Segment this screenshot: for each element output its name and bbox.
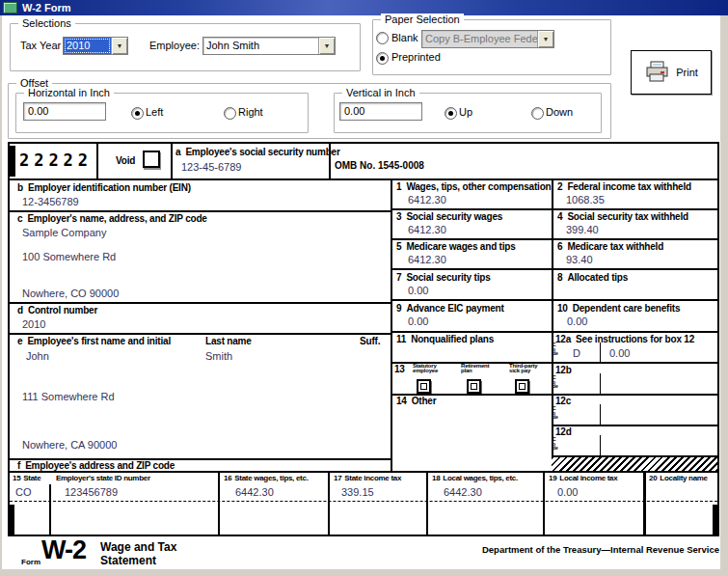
box-4-value: 399.40	[566, 224, 599, 235]
employee-dropdown-icon[interactable]: ▼	[318, 38, 335, 54]
box-4-label: 4Social security tax withheld	[557, 211, 688, 222]
box-7-label: 7Social security tips	[396, 272, 491, 283]
employee-last-name: Smith	[205, 350, 232, 362]
checkbox-inner	[420, 383, 427, 390]
box-9-label: 9Advance EIC payment	[396, 303, 504, 314]
treasury-department-text: Department of the Treasury—Internal Reve…	[415, 544, 719, 555]
employee-value[interactable]: John Smith	[203, 38, 318, 54]
control-number-value: 2010	[22, 318, 45, 330]
box-3-label: 3Social security wages	[396, 211, 502, 222]
divider	[10, 333, 391, 335]
horizontal-offset-input[interactable]: 0.00	[23, 102, 106, 121]
checkbox-inner	[471, 383, 477, 390]
print-button[interactable]: Print	[631, 50, 712, 95]
box-3-value: 6412.30	[408, 224, 446, 235]
box-d-label: dControl number	[17, 305, 97, 315]
box-19-value: 0.00	[557, 486, 578, 498]
box-18-label: 18Local wages, tips, etc.	[432, 474, 518, 482]
box-a-label: aEmployee's social security number	[175, 147, 340, 157]
box-7-value: 0.00	[408, 285, 428, 296]
registration-mark	[713, 505, 717, 535]
box-12b-code-strip: Code	[553, 375, 558, 389]
box-2-value: 1068.35	[566, 194, 605, 206]
divider	[391, 331, 717, 333]
window-frame	[720, 15, 728, 576]
box-8-label: 8Allocated tips	[557, 272, 628, 283]
employee-select[interactable]: John Smith ▼	[202, 37, 336, 55]
tax-year-dropdown-icon[interactable]: ▼	[111, 38, 127, 54]
employee-label: Employee:	[149, 40, 200, 51]
box-20-label: 20Locality name	[649, 474, 708, 482]
box-10-value: 0.00	[567, 315, 587, 327]
form-control-code: 22222	[17, 151, 94, 170]
right-radio-label: Right	[238, 106, 263, 118]
box-17-value: 339.15	[341, 486, 374, 498]
selections-group-label: Selections	[18, 17, 75, 29]
statutory-employee-checkbox[interactable]	[417, 379, 431, 394]
tax-year-select[interactable]: 2010 ▼	[63, 37, 128, 55]
app-icon	[3, 2, 17, 14]
divider	[643, 471, 646, 535]
copy-type-select: Copy B-Employee Federal ▼	[421, 30, 554, 48]
down-radio[interactable]	[531, 107, 544, 120]
w2-form-window: W-2 Form Selections Tax Year 2010 ▼ Empl…	[0, 0, 728, 576]
divider	[600, 373, 601, 394]
box-12c-label: 12c	[555, 396, 571, 406]
box-5-label: 5Medicare wages and tips	[396, 241, 516, 252]
up-radio[interactable]	[445, 107, 457, 120]
employee-first-name: John	[26, 350, 49, 362]
form-word: Form	[21, 558, 40, 566]
retirement-plan-checkbox[interactable]	[467, 379, 481, 394]
right-radio[interactable]	[224, 107, 236, 120]
divider	[600, 343, 601, 362]
box-11-label: 11Nonqualified plans	[396, 334, 494, 344]
divider	[10, 178, 717, 180]
employer-name: Sample Company	[22, 227, 106, 238]
box-1-label: 1Wages, tips, other compensation	[396, 181, 552, 192]
divider	[600, 435, 601, 455]
box-10-label: 10Dependent care benefits	[557, 303, 680, 314]
form-title-line2: Statement	[100, 554, 156, 567]
w2-form: 22222 Void aEmployee's social security n…	[8, 142, 719, 536]
tax-year-value[interactable]: 2010	[64, 38, 111, 54]
left-radio[interactable]	[131, 107, 144, 120]
divider	[391, 238, 717, 240]
box-9-value: 0.00	[408, 315, 428, 327]
third-party-sick-pay-label: Third-party sick pay	[509, 364, 544, 373]
hatched-area	[552, 457, 717, 471]
third-party-sick-pay-checkbox[interactable]	[515, 379, 529, 394]
statutory-employee-label: Statutory employee	[413, 364, 447, 373]
preprinted-radio[interactable]	[376, 52, 389, 65]
form-title-line1: Wage and Tax	[100, 540, 176, 554]
box-e-label: eEmployee's first name and initial	[17, 336, 171, 346]
divider	[552, 425, 717, 426]
vertical-offset-input[interactable]: 0.00	[339, 102, 422, 121]
box-16-label: 16State wages, tips, etc.	[224, 474, 309, 482]
window-frame	[0, 569, 728, 576]
checkbox-inner	[519, 383, 526, 390]
up-radio-label: Up	[459, 106, 472, 118]
paper-selection-group-label: Paper Selection	[381, 14, 464, 25]
printer-icon	[644, 61, 671, 84]
form-number: W-2	[41, 535, 86, 565]
blank-radio[interactable]	[376, 32, 389, 44]
void-checkbox[interactable]	[143, 151, 160, 168]
box-12a-code: D	[573, 347, 580, 359]
box-b-label: bEmployer identification number (EIN)	[17, 182, 191, 193]
window-frame	[0, 15, 2, 576]
box-12d-code-strip: Code	[553, 437, 558, 451]
copy-type-dropdown-icon: ▼	[537, 31, 553, 47]
ssn-value: 123-45-6789	[181, 161, 241, 173]
employer-street: 100 Somewhere Rd	[22, 251, 116, 262]
tax-year-label: Tax Year	[20, 40, 61, 51]
box-c-label: cEmployer's name, address, and ZIP code	[17, 213, 207, 224]
employee-city: Nowhere, CA 90000	[22, 439, 117, 451]
down-radio-label: Down	[546, 106, 573, 118]
window-title: W-2 Form	[22, 2, 71, 14]
horizontal-offset-group-label: Horizontal in Inch	[24, 87, 114, 98]
title-bar[interactable]: W-2 Form	[0, 0, 728, 15]
box-17-label: 17State income tax	[334, 474, 401, 482]
suffix-label: Suff.	[360, 336, 380, 346]
blank-radio-label: Blank	[391, 32, 418, 43]
box-13-label: 13	[394, 364, 405, 374]
